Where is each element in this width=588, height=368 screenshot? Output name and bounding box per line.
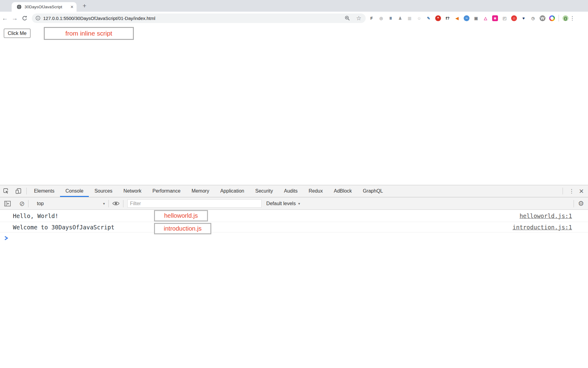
new-tab-button[interactable]: +: [80, 2, 89, 10]
live-expression-eye-icon[interactable]: [112, 201, 120, 206]
console-message-text: Welcome to 30DaysOfJavaScript: [13, 224, 115, 231]
extension-icon-robot[interactable]: ♟: [397, 15, 403, 21]
console-sidebar-icon[interactable]: [4, 201, 11, 207]
extension-icon-face[interactable]: ☺: [416, 15, 422, 21]
back-icon[interactable]: ←: [0, 15, 10, 22]
devtools-tab-adblock[interactable]: AdBlock: [328, 185, 357, 197]
devtools-tab-security[interactable]: Security: [250, 185, 278, 197]
chevron-down-icon: ▾: [103, 201, 105, 206]
devtools-tab-redux[interactable]: Redux: [303, 185, 328, 197]
devtools-tab-application[interactable]: Application: [215, 185, 250, 197]
browser-tab[interactable]: 30DaysOfJavaScript ×: [12, 2, 77, 12]
inline-script-annotation: from inline script: [44, 27, 134, 40]
devtools-tab-memory[interactable]: Memory: [186, 185, 215, 197]
console-prompt-chevron-icon: [4, 236, 8, 241]
devtools-tab-bar: Elements Console Sources Network Perform…: [0, 185, 588, 197]
annotation-introduction: introduction.js: [154, 223, 211, 234]
extension-icon-gauge[interactable]: ◷: [530, 15, 536, 21]
extension-icon-font-f[interactable]: F: [369, 15, 375, 21]
inspect-element-icon[interactable]: [0, 185, 12, 197]
execution-context-select[interactable]: top ▾: [34, 201, 105, 206]
annotation-helloworld: helloworld.js: [154, 210, 208, 221]
page-content: Click Me from inline script: [0, 25, 588, 185]
tab-strip: 30DaysOfJavaScript × +: [0, 0, 588, 12]
page-info-icon[interactable]: [36, 16, 40, 21]
extension-icon-pause-bars[interactable]: II: [388, 15, 394, 21]
url-text[interactable]: 127.0.0.1:5500/30DaysOfJavaScript/01-Day…: [43, 16, 155, 21]
devtools-tab-performance[interactable]: Performance: [147, 185, 186, 197]
devtools-menu-icon[interactable]: ⋮: [569, 188, 574, 194]
devtools-tab-graphql[interactable]: GraphQL: [357, 185, 389, 197]
devtools-tab-sources[interactable]: Sources: [89, 185, 118, 197]
devtools-tab-elements[interactable]: Elements: [28, 185, 60, 197]
extension-icon-json-braces[interactable]: {}: [563, 15, 568, 21]
device-toolbar-icon[interactable]: [12, 185, 24, 197]
extensions-bar: F ◎ II ♟ ▦ ☺ ✎ * f? ◀ ~ ▣ △ ∗ ◰ ∩ ♥ ◷ W …: [369, 15, 568, 21]
devtools-separator: [26, 188, 27, 194]
log-levels-select[interactable]: Default levels ▾: [266, 201, 300, 206]
extension-icon-pink-triangle[interactable]: △: [483, 15, 488, 21]
extension-icon-lens[interactable]: ◎: [378, 15, 384, 21]
extension-icon-w-circle[interactable]: W: [540, 15, 545, 21]
execution-context-value: top: [37, 201, 44, 206]
console-toolbar: ⊘ top ▾ Default levels ▾ ⚙: [0, 197, 588, 210]
log-levels-value: Default levels: [266, 201, 296, 206]
address-bar[interactable]: 127.0.0.1:5500/30DaysOfJavaScript/01-Day…: [32, 13, 366, 23]
extension-icon-grid[interactable]: ▦: [407, 15, 413, 21]
clear-console-icon[interactable]: ⊘: [19, 200, 25, 207]
extension-icon-pen[interactable]: ✎: [426, 15, 432, 21]
extension-icon-megaphone[interactable]: ◀: [454, 15, 460, 21]
extension-icon-adblock-hand[interactable]: *: [435, 15, 441, 21]
devtools-panel: Elements Console Sources Network Perform…: [0, 185, 588, 368]
console-settings-gear-icon[interactable]: ⚙: [578, 200, 584, 207]
console-prompt[interactable]: [0, 232, 588, 243]
devtools-tab-audits[interactable]: Audits: [278, 185, 303, 197]
extension-icon-gray-blocks[interactable]: ◰: [502, 15, 507, 21]
bookmark-star-icon[interactable]: ☆: [356, 15, 361, 21]
tab-close-icon[interactable]: ×: [70, 4, 74, 10]
extension-icon-pink-star[interactable]: ∗: [492, 15, 498, 21]
tab-title: 30DaysOfJavaScript: [24, 5, 69, 9]
devtools-separator: [563, 188, 563, 194]
extension-icon-font-question[interactable]: f?: [445, 15, 450, 21]
browser-menu-icon[interactable]: ⋮: [570, 15, 575, 21]
extension-icon-red-mask[interactable]: ∩: [511, 15, 517, 21]
zoom-icon[interactable]: [345, 15, 350, 21]
console-source-link[interactable]: introduction.js:1: [513, 224, 588, 231]
console-message-row: Hello, World! helloworld.js:1: [0, 210, 588, 222]
console-filter-input[interactable]: [127, 199, 262, 208]
extension-icon-navy-heart[interactable]: ♥: [521, 15, 526, 21]
console-message-row: Welcome to 30DaysOfJavaScript introducti…: [0, 222, 588, 232]
chevron-down-icon: ▾: [298, 201, 300, 206]
extensions-separator: [559, 15, 559, 21]
extension-icon-swirl[interactable]: ~: [464, 15, 469, 21]
click-me-button[interactable]: Click Me: [4, 29, 31, 38]
devtools-tab-network[interactable]: Network: [118, 185, 147, 197]
extension-icon-color-ring[interactable]: [549, 15, 555, 21]
globe-favicon-icon: [17, 4, 22, 10]
extension-icon-camera[interactable]: ▣: [473, 15, 479, 21]
reload-icon[interactable]: [20, 15, 29, 21]
navigation-bar: ← → 127.0.0.1:5500/30DaysOfJavaScript/01…: [0, 12, 588, 25]
console-message-text: Hello, World!: [13, 213, 58, 219]
console-source-link[interactable]: helloworld.js:1: [519, 213, 588, 219]
devtools-close-icon[interactable]: ×: [579, 187, 584, 195]
devtools-tab-console[interactable]: Console: [60, 185, 89, 197]
forward-icon[interactable]: →: [10, 15, 20, 22]
